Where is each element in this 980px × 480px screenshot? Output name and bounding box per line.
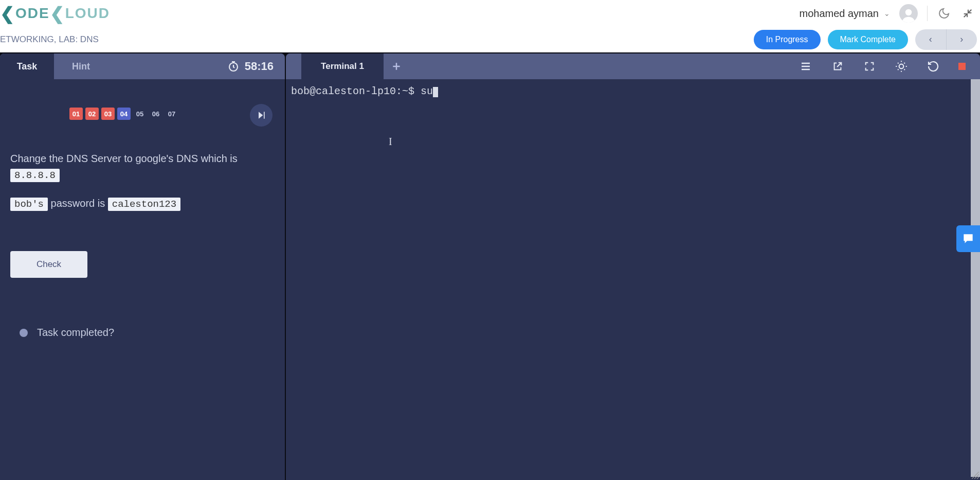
step-02[interactable]: 02	[85, 108, 99, 120]
stop-icon[interactable]	[958, 63, 966, 70]
step-03[interactable]: 03	[101, 108, 115, 120]
terminal-prompt: bob@caleston-lp10:~$	[291, 85, 421, 97]
fullscreen-icon[interactable]	[863, 60, 876, 73]
hint-password-code: caleston123	[108, 198, 180, 211]
step-01[interactable]: 01	[69, 108, 83, 120]
instruction-code: 8.8.8.8	[10, 169, 60, 182]
terminal-command: su	[421, 85, 433, 97]
app-header: ❮ODE❮LOUD mohamed ayman ⌄	[0, 0, 980, 27]
task-hint-line: bob's password is caleston123	[10, 198, 275, 210]
collapse-icon[interactable]	[960, 6, 975, 21]
lab-subheader: ETWORKING, LAB: DNS In Progress Mark Com…	[0, 27, 980, 52]
task-body: 01 02 03 04 05 06 07 Change the DNS Serv…	[0, 79, 285, 480]
timer-value: 58:16	[245, 60, 274, 73]
next-lesson-button[interactable]: ›	[947, 29, 977, 50]
text-cursor-icon: I	[389, 136, 392, 148]
terminal-cursor	[433, 87, 438, 97]
timer: 58:16	[227, 54, 285, 79]
skip-forward-button[interactable]	[250, 104, 273, 127]
task-panel: Task Hint 58:16 01 02 03 04 05 06 07 Cha…	[0, 54, 285, 480]
task-instruction: Change the DNS Server to google's DNS wh…	[10, 151, 275, 183]
terminal-actions	[799, 54, 980, 79]
prev-lesson-button[interactable]: ‹	[915, 29, 946, 50]
lesson-nav: ‹ ›	[915, 29, 977, 50]
user-name[interactable]: mohamed ayman	[799, 8, 879, 20]
brightness-icon[interactable]	[895, 60, 908, 73]
open-external-icon[interactable]	[831, 60, 844, 73]
svg-point-0	[905, 9, 912, 16]
radio-unchecked-icon[interactable]	[20, 329, 28, 337]
step-04[interactable]: 04	[117, 108, 131, 120]
status-in-progress-button[interactable]: In Progress	[754, 30, 821, 49]
scrollbar-thumb[interactable]	[971, 79, 980, 477]
hint-user-code: bob's	[10, 198, 48, 211]
clock-icon	[227, 60, 240, 73]
chevron-down-icon[interactable]: ⌄	[884, 9, 890, 17]
step-indicator: 01 02 03 04 05 06 07	[10, 108, 275, 120]
check-button[interactable]: Check	[10, 251, 87, 278]
avatar[interactable]	[899, 4, 918, 23]
step-07[interactable]: 07	[165, 108, 178, 120]
svg-point-2	[899, 64, 904, 69]
workspace: Task Hint 58:16 01 02 03 04 05 06 07 Cha…	[0, 52, 980, 480]
breadcrumb: ETWORKING, LAB: DNS	[0, 34, 99, 45]
terminal-panel: Terminal 1	[286, 54, 980, 480]
terminal-tabs: Terminal 1	[286, 54, 980, 79]
task-tabs: Task Hint 58:16	[0, 54, 285, 79]
terminal-tab-1[interactable]: Terminal 1	[301, 54, 384, 79]
tab-task[interactable]: Task	[0, 54, 54, 79]
menu-icon[interactable]	[799, 60, 812, 73]
hint-mid-text: password is	[48, 198, 108, 209]
divider	[927, 6, 928, 21]
add-terminal-button[interactable]	[384, 54, 409, 79]
terminal-body[interactable]: bob@caleston-lp10:~$ su I	[286, 79, 980, 480]
terminal-scrollbar[interactable]	[971, 79, 980, 477]
resize-handle-icon[interactable]	[972, 472, 979, 479]
task-completed-row[interactable]: Task completed?	[10, 327, 275, 339]
step-05[interactable]: 05	[133, 108, 147, 120]
instruction-text: Change the DNS Server to google's DNS wh…	[10, 153, 238, 164]
theme-toggle-icon[interactable]	[937, 6, 951, 21]
mark-complete-button[interactable]: Mark Complete	[828, 30, 908, 49]
task-completed-label: Task completed?	[37, 327, 114, 339]
chat-help-button[interactable]	[956, 225, 980, 252]
tab-hint[interactable]: Hint	[54, 54, 108, 79]
brand-logo: ❮ODE❮LOUD	[0, 3, 110, 24]
step-06[interactable]: 06	[149, 108, 162, 120]
restore-icon[interactable]	[927, 60, 940, 73]
